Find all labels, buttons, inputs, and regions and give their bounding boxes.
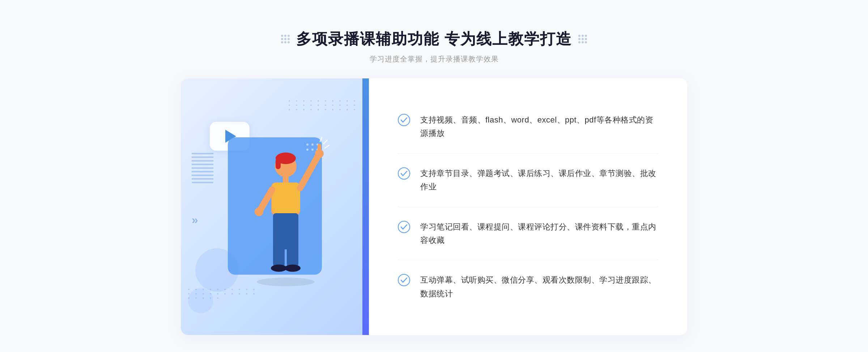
- decorative-stripes: [192, 151, 213, 183]
- check-circle-icon-4: [398, 274, 410, 286]
- svg-point-27: [398, 114, 410, 126]
- feature-text-1: 支持视频、音频、flash、word、excel、ppt、pdf等各种格式的资源…: [420, 113, 658, 140]
- feature-item-2: 支持章节目录、弹题考试、课后练习、课后作业、章节测验、批改作业: [398, 154, 658, 207]
- svg-point-26: [257, 278, 315, 286]
- person-svg: [213, 126, 336, 307]
- svg-line-25: [320, 137, 322, 142]
- svg-point-22: [285, 265, 301, 272]
- decorative-dots-right: [578, 35, 587, 43]
- svg-rect-12: [272, 183, 300, 213]
- svg-point-4: [306, 149, 309, 151]
- svg-point-21: [271, 265, 287, 272]
- svg-point-29: [398, 221, 410, 233]
- features-panel: 支持视频、音频、flash、word、excel、ppt、pdf等各种格式的资源…: [369, 78, 687, 335]
- illustration-panel: »: [181, 78, 369, 335]
- page-header: 多项录播课辅助功能 专为线上教学打造 学习进度全掌握，提升录播课教学效果: [72, 29, 796, 64]
- svg-point-30: [398, 274, 410, 286]
- dot-pattern-top: [289, 100, 358, 110]
- feature-item-4: 互动弹幕、试听购买、微信分享、观看次数限制、学习进度跟踪、数据统计: [398, 260, 658, 313]
- decorative-dots-left: [281, 35, 290, 43]
- svg-line-24: [324, 140, 327, 144]
- svg-point-1: [306, 143, 309, 146]
- person-illustration: [213, 126, 336, 309]
- check-circle-icon-2: [398, 167, 410, 180]
- feature-item-1: 支持视频、音频、flash、word、excel、ppt、pdf等各种格式的资源…: [398, 100, 658, 154]
- svg-rect-20: [287, 231, 298, 267]
- feature-text-4: 互动弹幕、试听购买、微信分享、观看次数限制、学习进度跟踪、数据统计: [420, 273, 658, 300]
- svg-point-17: [255, 207, 263, 216]
- svg-point-28: [398, 168, 410, 179]
- chevron-icon: »: [192, 213, 198, 226]
- blue-vertical-bar: [362, 78, 369, 335]
- feature-item-3: 学习笔记回看、课程提问、课程评论打分、课件资料下载，重点内容收藏: [398, 207, 658, 261]
- page-container: 多项录播课辅助功能 专为线上教学打造 学习进度全掌握，提升录播课教学效果: [0, 14, 868, 349]
- main-card: »: [181, 78, 687, 335]
- feature-text-3: 学习笔记回看、课程提问、课程评论打分、课件资料下载，重点内容收藏: [420, 220, 658, 247]
- svg-rect-9: [276, 158, 281, 169]
- page-title: 多项录播课辅助功能 专为线上教学打造: [296, 29, 572, 49]
- svg-rect-19: [273, 231, 285, 267]
- check-circle-icon-1: [398, 114, 410, 126]
- page-subtitle: 学习进度全掌握，提升录播课教学效果: [72, 54, 796, 64]
- feature-text-2: 支持章节目录、弹题考试、课后练习、课后作业、章节测验、批改作业: [420, 167, 658, 194]
- check-circle-icon-3: [398, 221, 410, 233]
- decorative-circle-small: [188, 288, 213, 313]
- svg-point-2: [311, 143, 314, 146]
- svg-point-5: [311, 149, 314, 151]
- title-row: 多项录播课辅助功能 专为线上教学打造: [72, 29, 796, 49]
- svg-rect-15: [318, 144, 321, 155]
- svg-line-23: [325, 145, 329, 148]
- svg-rect-10: [283, 176, 289, 183]
